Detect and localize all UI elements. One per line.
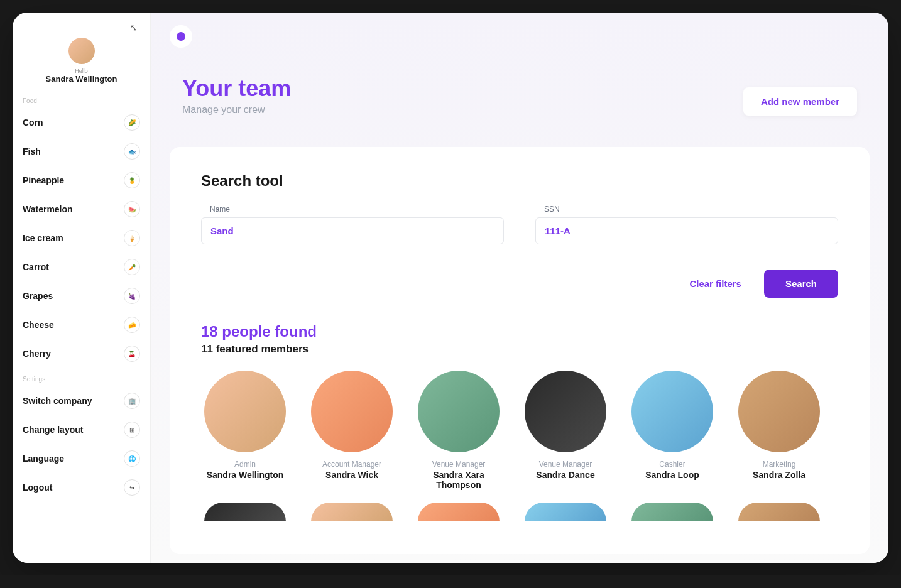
member-name: Sandra Xara Thompson <box>415 470 503 490</box>
user-name: Sandra Wellington <box>20 74 143 84</box>
name-input[interactable] <box>201 217 504 244</box>
sidebar-item-carrot[interactable]: Carrot 🥕 <box>20 253 143 281</box>
sidebar-item-icecream[interactable]: Ice cream 🍦 <box>20 224 143 253</box>
sidebar-item-pineapple[interactable]: Pineapple 🍍 <box>20 166 143 195</box>
user-avatar[interactable] <box>68 38 95 64</box>
page-subtitle: Manage your crew <box>182 104 291 116</box>
sidebar-item-label: Cheese <box>23 320 54 330</box>
collapse-icon: ⤡ <box>130 23 138 33</box>
sidebar-item-label: Watermelon <box>23 204 73 214</box>
sidebar-item-label: Logout <box>23 482 52 493</box>
cheese-icon: 🧀 <box>124 317 140 333</box>
member-avatar <box>631 371 713 452</box>
sidebar-item-fish[interactable]: Fish 🐟 <box>20 137 143 166</box>
search-button[interactable]: Search <box>764 270 838 298</box>
member-avatar <box>204 371 286 452</box>
sidebar-item-switch-company[interactable]: Switch company 🏢 <box>20 386 143 415</box>
company-icon: 🏢 <box>124 393 140 409</box>
member-role: Account Manager <box>308 460 396 469</box>
member-grid-row2 <box>201 503 838 529</box>
ssn-field-group: SSN <box>535 205 838 244</box>
results-count: 18 people found <box>201 323 838 340</box>
page-title: Your team <box>182 75 291 102</box>
icecream-icon: 🍦 <box>124 230 140 246</box>
member-card[interactable] <box>521 503 609 529</box>
pineapple-icon: 🍍 <box>124 172 140 188</box>
member-card[interactable]: Venue Manager Sandra Dance <box>521 371 609 490</box>
sidebar-item-label: Switch company <box>23 396 92 406</box>
member-avatar <box>311 503 393 521</box>
main-content: Your team Manage your crew Add new membe… <box>151 13 888 563</box>
member-role: Admin <box>201 460 289 469</box>
sidebar-item-language[interactable]: Language 🌐 <box>20 444 143 473</box>
app-frame: ⤡ Hello Sandra Wellington Food Corn 🌽 Fi… <box>13 13 888 563</box>
member-name: Sandra Wick <box>308 470 396 480</box>
member-avatar <box>738 371 820 452</box>
sidebar: ⤡ Hello Sandra Wellington Food Corn 🌽 Fi… <box>13 13 151 563</box>
sidebar-item-watermelon[interactable]: Watermelon 🍉 <box>20 195 143 224</box>
logout-icon: ↪ <box>124 479 140 496</box>
sidebar-item-label: Cherry <box>23 349 51 359</box>
sidebar-item-label: Corn <box>23 117 43 128</box>
carrot-icon: 🥕 <box>124 259 140 275</box>
section-settings-label: Settings <box>20 372 143 386</box>
member-card[interactable]: Venue Manager Sandra Xara Thompson <box>415 371 503 490</box>
cherry-icon: 🍒 <box>124 346 140 362</box>
profile-block: Hello Sandra Wellington <box>20 38 143 84</box>
sidebar-item-logout[interactable]: Logout ↪ <box>20 473 143 502</box>
member-grid: Admin Sandra Wellington Account Manager … <box>201 371 838 490</box>
sidebar-item-label: Ice cream <box>23 233 63 243</box>
member-card[interactable] <box>735 503 823 529</box>
member-avatar <box>631 503 713 521</box>
ssn-input[interactable] <box>535 217 838 244</box>
watermelon-icon: 🍉 <box>124 201 140 217</box>
sidebar-item-label: Carrot <box>23 262 49 272</box>
member-avatar <box>204 503 286 521</box>
language-icon: 🌐 <box>124 450 140 467</box>
sidebar-item-cheese[interactable]: Cheese 🧀 <box>20 310 143 339</box>
member-name: Sandra Wellington <box>201 470 289 480</box>
sidebar-item-label: Fish <box>23 146 41 156</box>
ssn-label: SSN <box>535 205 838 214</box>
add-member-button[interactable]: Add new member <box>743 87 857 116</box>
featured-count: 11 featured members <box>201 343 838 356</box>
member-card[interactable]: Marketing Sandra Zolla <box>735 371 823 490</box>
grapes-icon: 🍇 <box>124 288 140 304</box>
member-card[interactable] <box>308 503 396 529</box>
page-header: Your team Manage your crew Add new membe… <box>151 13 888 134</box>
member-name: Sandra Zolla <box>735 470 823 480</box>
status-indicator <box>170 25 192 48</box>
member-avatar <box>418 371 500 452</box>
search-actions: Clear filters Search <box>201 270 838 298</box>
member-avatar <box>311 371 393 452</box>
member-card[interactable] <box>415 503 503 529</box>
member-card[interactable] <box>201 503 289 529</box>
layout-icon: ⊞ <box>124 422 140 438</box>
clear-filters-button[interactable]: Clear filters <box>677 270 754 298</box>
member-name: Sandra Loop <box>628 470 716 480</box>
sidebar-item-label: Grapes <box>23 291 53 301</box>
sidebar-item-corn[interactable]: Corn 🌽 <box>20 108 143 137</box>
search-panel: Search tool Name SSN Clear filters Searc… <box>170 147 870 554</box>
name-field-group: Name <box>201 205 504 244</box>
member-card[interactable] <box>628 503 716 529</box>
member-role: Cashier <box>628 460 716 469</box>
fish-icon: 🐟 <box>124 143 140 160</box>
member-avatar <box>418 503 500 521</box>
sidebar-item-change-layout[interactable]: Change layout ⊞ <box>20 415 143 444</box>
section-food-label: Food <box>20 94 143 108</box>
member-avatar <box>738 503 820 521</box>
collapse-button[interactable]: ⤡ <box>20 23 143 33</box>
sidebar-item-grapes[interactable]: Grapes 🍇 <box>20 281 143 310</box>
sidebar-item-cherry[interactable]: Cherry 🍒 <box>20 339 143 368</box>
member-card[interactable]: Cashier Sandra Loop <box>628 371 716 490</box>
search-fields: Name SSN <box>201 205 838 244</box>
member-role: Venue Manager <box>521 460 609 469</box>
member-role: Venue Manager <box>415 460 503 469</box>
member-name: Sandra Dance <box>521 470 609 480</box>
member-card[interactable]: Admin Sandra Wellington <box>201 371 289 490</box>
member-card[interactable]: Account Manager Sandra Wick <box>308 371 396 490</box>
name-label: Name <box>201 205 504 214</box>
corn-icon: 🌽 <box>124 114 140 131</box>
sidebar-item-label: Change layout <box>23 425 83 435</box>
